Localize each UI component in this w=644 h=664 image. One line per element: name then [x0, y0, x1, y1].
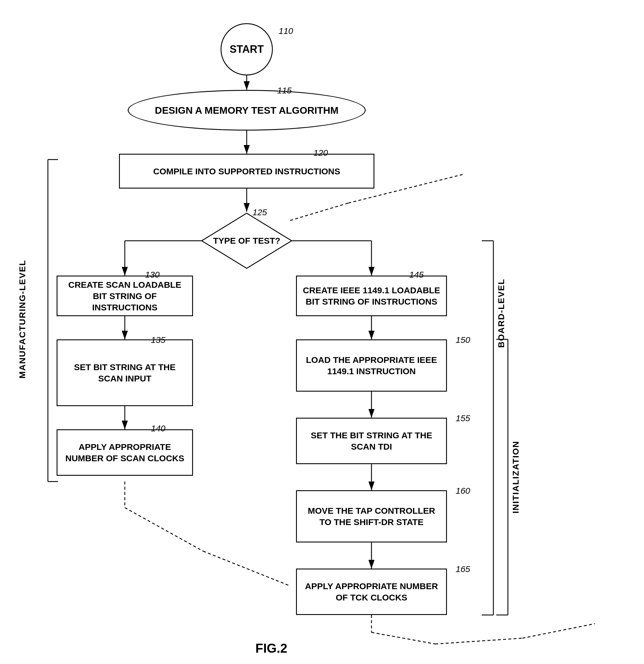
- set-bit-ref: 135: [151, 335, 165, 345]
- figure-label: FIG.2: [255, 641, 287, 656]
- set-bit-tdi-ref: 155: [456, 413, 470, 423]
- svg-line-22: [522, 624, 595, 638]
- svg-line-17: [125, 507, 203, 551]
- svg-line-20: [371, 632, 435, 644]
- start-label: START: [229, 43, 263, 56]
- apply-tck-node: APPLY APPROPRIATE NUMBER OF TCK CLOCKS: [296, 568, 447, 615]
- apply-tck-ref: 165: [456, 564, 470, 574]
- diagram-container: START 110 DESIGN A MEMORY TEST ALGORITHM…: [0, 0, 644, 664]
- create-scan-label: CREATE SCAN LOADABLE BIT STRING OF INSTR…: [63, 279, 186, 313]
- set-bit-tdi-label: SET THE BIT STRING AT THE SCAN TDI: [303, 430, 440, 452]
- move-tap-node: MOVE THE TAP CONTROLLER TO THE SHIFT-DR …: [296, 490, 447, 542]
- manufacturing-label: MANUFACTURING-LEVEL: [17, 160, 27, 479]
- board-label: BOARD-LEVEL: [496, 241, 506, 386]
- apply-scan-ref: 140: [151, 423, 165, 433]
- apply-tck-label: APPLY APPROPRIATE NUMBER OF TCK CLOCKS: [303, 580, 440, 603]
- compile-node: COMPILE INTO SUPPORTED INSTRUCTIONS: [119, 154, 375, 189]
- load-ieee-ref: 150: [456, 335, 470, 345]
- compile-ref: 120: [314, 148, 328, 158]
- design-ref: 115: [277, 86, 292, 96]
- apply-scan-node: APPLY APPROPRIATE NUMBER OF SCAN CLOCKS: [57, 429, 193, 476]
- svg-line-14: [290, 203, 348, 221]
- start-node: START: [221, 23, 273, 76]
- move-tap-ref: 160: [456, 486, 470, 496]
- design-label: DESIGN A MEMORY TEST ALGORITHM: [155, 105, 339, 116]
- create-scan-node: CREATE SCAN LOADABLE BIT STRING OF INSTR…: [57, 275, 193, 316]
- initialization-label: INITIALIZATION: [511, 339, 521, 615]
- create-scan-ref: 130: [145, 270, 160, 279]
- set-bit-node: SET BIT STRING AT THE SCAN INPUT: [57, 339, 193, 406]
- apply-scan-label: APPLY APPROPRIATE NUMBER OF SCAN CLOCKS: [63, 441, 186, 464]
- load-ieee-node: LOAD THE APPROPRIATE IEEE 1149.1 INSTRUC…: [296, 339, 447, 392]
- set-bit-label: SET BIT STRING AT THE SCAN INPUT: [63, 361, 186, 384]
- typetest-label: TYPE OF TEST?: [213, 236, 280, 246]
- move-tap-label: MOVE THE TAP CONTROLLER TO THE SHIFT-DR …: [303, 505, 440, 528]
- typetest-node: TYPE OF TEST?: [200, 212, 293, 270]
- create-ieee-ref: 145: [409, 270, 424, 279]
- set-bit-tdi-node: SET THE BIT STRING AT THE SCAN TDI: [296, 418, 447, 464]
- design-node: DESIGN A MEMORY TEST ALGORITHM: [128, 90, 366, 130]
- svg-line-18: [203, 551, 290, 586]
- start-ref: 110: [279, 26, 293, 36]
- create-ieee-label: CREATE IEEE 1149.1 LOADABLE BIT STRING O…: [303, 285, 440, 307]
- svg-line-21: [435, 638, 522, 644]
- create-ieee-node: CREATE IEEE 1149.1 LOADABLE BIT STRING O…: [296, 275, 447, 316]
- load-ieee-label: LOAD THE APPROPRIATE IEEE 1149.1 INSTRUC…: [303, 354, 440, 377]
- typetest-ref: 125: [253, 207, 267, 217]
- compile-label: COMPILE INTO SUPPORTED INSTRUCTIONS: [153, 166, 340, 177]
